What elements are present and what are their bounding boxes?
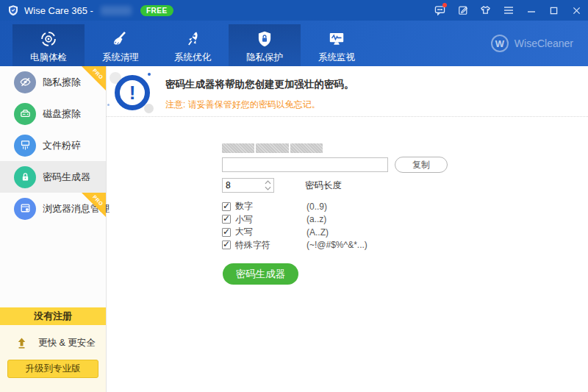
strength-segment (222, 143, 254, 153)
sidebar-item-label: 文件粉碎 (43, 139, 81, 152)
strength-segment (256, 143, 288, 153)
upgrade-tagline: 更快 & 更安全 (15, 336, 106, 350)
tab-label: 系统优化 (174, 51, 211, 64)
page-header: ! 密码生成器将帮助您创建更加强壮的密码。 注意: 请妥善保管好您的密码以免忘记… (107, 66, 588, 116)
registration-area: 更快 & 更安全 升级到专业版 (0, 325, 106, 392)
stepper-up-button[interactable] (264, 180, 271, 185)
sidebar-item-file-shredder[interactable]: 文件粉碎 (0, 129, 106, 161)
wise-care-365-window: Wise Care 365 - FREE (0, 0, 588, 392)
notification-dot (442, 3, 447, 7)
free-badge: FREE (140, 5, 173, 16)
password-length-stepper[interactable] (222, 178, 274, 193)
generated-password-input[interactable] (222, 157, 388, 172)
option-digits[interactable]: 数字 (0..9) (222, 200, 588, 213)
tagline-text: 更快 & 更安全 (38, 337, 96, 349)
maximize-icon (550, 7, 558, 15)
tab-pc-checkup[interactable]: 电脑体检 (12, 24, 85, 66)
menu-button[interactable] (497, 0, 520, 21)
generate-password-button[interactable]: 密码生成器 (223, 263, 298, 285)
sidebar-item-browser-notification-manager[interactable]: 浏览器消息管理 PRO (0, 193, 106, 224)
shield-logo-icon (7, 4, 19, 16)
tab-label: 系统清理 (102, 51, 139, 64)
maximize-button[interactable] (542, 0, 565, 21)
stepper-down-button[interactable] (264, 186, 271, 191)
blurred-text (101, 6, 132, 15)
tab-label: 系统监视 (318, 51, 355, 64)
password-length-label: 密码长度 (305, 179, 342, 192)
strength-segment (290, 143, 323, 153)
rocket-icon (183, 29, 202, 49)
padlock-icon (14, 166, 36, 188)
theme-shirt-icon (480, 5, 491, 15)
decor-circle (144, 104, 154, 113)
upgrade-to-pro-button[interactable]: 升级到专业版 (7, 360, 98, 378)
sidebar-item-privacy-eraser[interactable]: 隐私擦除 PRO (0, 66, 106, 98)
minimize-icon (527, 6, 536, 15)
feedback-icon (458, 5, 468, 15)
sidebar-item-label: 密码生成器 (43, 171, 90, 184)
upgrade-arrow-icon (15, 336, 29, 350)
monitor-pulse-icon (327, 29, 346, 49)
menu-icon (503, 6, 514, 15)
disk-eraser-icon (14, 103, 36, 125)
sidebar-item-label: 隐私擦除 (43, 76, 81, 89)
tab-system-cleaner[interactable]: 系统清理 (85, 24, 157, 66)
password-strength-meter (222, 143, 323, 153)
password-generator-form: 复制 密码长度 数字 (0 (107, 117, 588, 285)
main-nav: 电脑体检 系统清理 系统优化 隐私保护 系统监视 W WiseCleaner (0, 21, 588, 66)
messages-button[interactable] (429, 0, 451, 21)
lowercase-checkbox[interactable] (222, 215, 231, 224)
browser-bell-icon (14, 198, 36, 220)
tab-system-monitor[interactable]: 系统监视 (301, 24, 373, 66)
sidebar-item-disk-eraser[interactable]: 磁盘擦除 (0, 98, 106, 129)
copy-button[interactable]: 复制 (395, 157, 448, 173)
special-chars-checkbox[interactable] (222, 240, 231, 249)
decor-dot (107, 104, 110, 106)
brand-name: WiseCleaner (514, 38, 573, 49)
shield-lock-icon (255, 29, 274, 49)
brand-w-icon: W (491, 35, 509, 52)
sidebar-item-password-generator[interactable]: 密码生成器 (0, 161, 106, 193)
uppercase-checkbox[interactable] (222, 228, 231, 237)
sidebar-item-label: 磁盘擦除 (43, 107, 81, 121)
stepper-arrows (264, 179, 271, 192)
option-uppercase[interactable]: 大写 (A..Z) (222, 226, 588, 239)
brand-logo: W WiseCleaner (491, 35, 573, 52)
close-icon (573, 7, 581, 15)
tab-label: 隐私保护 (246, 51, 283, 64)
tab-label: 电脑体检 (30, 51, 67, 64)
minimize-button[interactable] (520, 0, 542, 21)
character-options: 数字 (0..9) 小写 (a..z) 大写 (A..Z) (222, 200, 588, 252)
tab-privacy-protector[interactable]: 隐私保护 (229, 24, 301, 66)
info-exclamation-icon: ! (112, 74, 152, 113)
feedback-button[interactable] (451, 0, 474, 21)
window-title: Wise Care 365 - (24, 5, 93, 16)
main-content: ! 密码生成器将帮助您创建更加强壮的密码。 注意: 请妥善保管好您的密码以免忘记… (107, 66, 588, 392)
theme-button[interactable] (474, 0, 497, 21)
sidebar-spacer (0, 224, 106, 307)
checkup-target-icon (39, 29, 58, 49)
tab-system-tuneup[interactable]: 系统优化 (157, 24, 229, 66)
registration-status[interactable]: 没有注册 (0, 307, 106, 325)
titlebar-controls (429, 0, 588, 21)
shredder-icon (14, 135, 36, 157)
option-special-chars[interactable]: 特殊字符 (~!@#$%^&*...) (222, 239, 588, 252)
warning-note: 注意: 请妥善保管好您的密码以免忘记。 (165, 99, 354, 111)
page-headline: 密码生成器将帮助您创建更加强壮的密码。 (165, 78, 354, 91)
close-button[interactable] (565, 0, 588, 21)
sidebar: 隐私擦除 PRO 磁盘擦除 文件粉碎 密码生成器 (0, 66, 107, 392)
decor-dot (148, 73, 151, 76)
eye-off-icon (14, 71, 36, 93)
digits-checkbox[interactable] (222, 202, 231, 211)
broom-icon (111, 29, 130, 49)
titlebar: Wise Care 365 - FREE (0, 0, 588, 21)
option-lowercase[interactable]: 小写 (a..z) (222, 213, 588, 227)
